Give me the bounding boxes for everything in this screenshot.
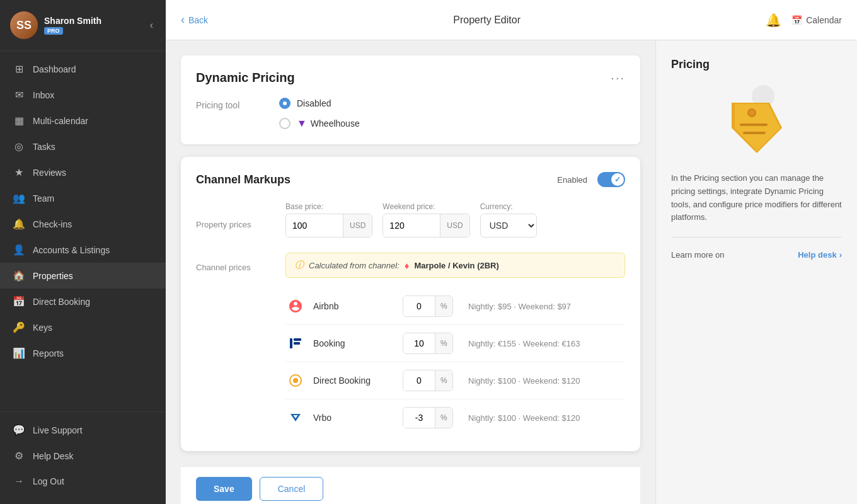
sidebar-item-live-support[interactable]: 💬 Live Support bbox=[0, 417, 166, 443]
base-price-label: Base price: bbox=[285, 202, 372, 211]
sidebar-item-inbox[interactable]: ✉ Inbox bbox=[0, 82, 166, 108]
airbnb-logo bbox=[285, 296, 306, 316]
sidebar-item-label: Dashboard bbox=[33, 64, 76, 74]
learn-more-label: Learn more on bbox=[671, 250, 725, 260]
sidebar-item-label: Direct Booking bbox=[33, 297, 90, 307]
content-area: Dynamic Pricing ··· Pricing tool Disable… bbox=[166, 40, 857, 504]
help-desk-label: Help desk bbox=[798, 250, 836, 260]
notification-button[interactable]: 🔔 bbox=[766, 13, 781, 28]
sidebar-item-help-desk[interactable]: ⚙ Help Desk bbox=[0, 443, 166, 469]
properties-icon: 🏠 bbox=[13, 270, 25, 282]
sidebar-item-label: Accounts & Listings bbox=[33, 245, 110, 255]
cancel-button[interactable]: Cancel bbox=[260, 477, 324, 501]
left-panel: Dynamic Pricing ··· Pricing tool Disable… bbox=[166, 40, 655, 504]
weekend-price-input[interactable] bbox=[383, 214, 440, 237]
vrbo-markup-unit: % bbox=[435, 408, 452, 428]
keys-icon: 🔑 bbox=[13, 321, 25, 333]
currency-field: Currency: USD EUR GBP CAD bbox=[480, 202, 537, 238]
sidebar-item-label: Multi-calendar bbox=[33, 116, 88, 126]
page-title: Property Editor bbox=[453, 14, 521, 26]
radio-wheelhouse[interactable]: ▼ Wheelhouse bbox=[279, 118, 360, 129]
calculated-banner: ⓘ Calculated from channel: ♦ Marpole / K… bbox=[285, 253, 625, 278]
back-button[interactable]: ‹ Back bbox=[181, 13, 208, 26]
back-label: Back bbox=[188, 15, 208, 25]
reviews-icon: ★ bbox=[13, 166, 25, 178]
sidebar-item-log-out[interactable]: → Log Out bbox=[0, 469, 166, 494]
sidebar-item-accounts-listings[interactable]: 👤 Accounts & Listings bbox=[0, 237, 166, 263]
radio-wheelhouse-circle bbox=[279, 118, 290, 129]
airbnb-markup-input[interactable] bbox=[403, 296, 435, 316]
radio-options: Disabled ▼ Wheelhouse bbox=[279, 98, 360, 129]
calendar-button[interactable]: 📅 Calendar bbox=[791, 15, 842, 25]
reports-icon: 📊 bbox=[13, 347, 25, 359]
channel-markups-title: Channel Markups bbox=[196, 173, 290, 186]
check-ins-icon: 🔔 bbox=[13, 218, 25, 230]
calendar-label: Calendar bbox=[806, 15, 842, 25]
weekend-price-label: Weekend price: bbox=[382, 202, 469, 211]
save-button[interactable]: Save bbox=[196, 477, 252, 501]
toggle-track[interactable]: ✓ bbox=[597, 172, 625, 187]
radio-disabled-label: Disabled bbox=[297, 98, 331, 108]
more-options-button[interactable]: ··· bbox=[611, 71, 625, 85]
sidebar-collapse-button[interactable]: ‹ bbox=[147, 17, 156, 33]
airbnb-price-info: Nightly: $95 · Weekend: $97 bbox=[468, 302, 571, 311]
vrbo-markup-wrapper: % bbox=[403, 407, 453, 428]
inbox-icon: ✉ bbox=[13, 89, 25, 101]
channel-markups-header: Channel Markups Enabled ✓ bbox=[196, 172, 625, 187]
sidebar: SS Sharon Smith PRO ‹ ⊞ Dashboard ✉ Inbo… bbox=[0, 0, 166, 504]
sidebar-item-direct-booking[interactable]: 📅 Direct Booking bbox=[0, 289, 166, 314]
enabled-label: Enabled bbox=[557, 175, 587, 185]
user-info: Sharon Smith PRO bbox=[44, 16, 101, 35]
booking-markup-wrapper: % bbox=[403, 333, 453, 354]
sidebar-item-label: Help Desk bbox=[33, 451, 74, 461]
channel-row-airbnb: Airbnb % Nightly: $95 · Weekend: $97 bbox=[285, 288, 625, 325]
currency-select[interactable]: USD EUR GBP CAD bbox=[480, 214, 537, 238]
sidebar-item-label: Keys bbox=[33, 323, 52, 333]
sidebar-item-tasks[interactable]: ◎ Tasks bbox=[0, 134, 166, 159]
svg-rect-0 bbox=[290, 338, 292, 348]
direct-booking-price-info: Nightly: $100 · Weekend: $120 bbox=[468, 376, 580, 386]
log-out-icon: → bbox=[13, 476, 25, 487]
help-desk-link[interactable]: Help desk › bbox=[798, 250, 842, 260]
help-desk-arrow-icon: › bbox=[839, 250, 842, 260]
vrbo-name: Vrbo bbox=[313, 413, 395, 423]
booking-name: Booking bbox=[313, 338, 395, 348]
avatar: SS bbox=[10, 11, 38, 39]
info-icon: ⓘ bbox=[295, 260, 304, 271]
channel-source-name: Marpole / Kevin (2BR) bbox=[414, 261, 498, 270]
sidebar-item-multi-calendar[interactable]: ▦ Multi-calendar bbox=[0, 108, 166, 134]
sidebar-item-dashboard[interactable]: ⊞ Dashboard bbox=[0, 56, 166, 82]
sidebar-item-properties[interactable]: 🏠 Properties bbox=[0, 263, 166, 289]
direct-booking-markup-wrapper: % bbox=[403, 370, 453, 391]
sidebar-item-label: Log Out bbox=[33, 476, 64, 486]
wheelhouse-logo: ▼ Wheelhouse bbox=[297, 118, 360, 129]
sidebar-item-check-ins[interactable]: 🔔 Check-ins bbox=[0, 211, 166, 237]
back-chevron-icon: ‹ bbox=[181, 13, 185, 26]
dynamic-pricing-section: Dynamic Pricing ··· Pricing tool Disable… bbox=[181, 55, 640, 144]
pricing-tool-row: Pricing tool Disabled ▼ Wheelhouse bbox=[196, 98, 625, 129]
sidebar-item-keys[interactable]: 🔑 Keys bbox=[0, 314, 166, 340]
vrbo-markup-input[interactable] bbox=[403, 408, 435, 428]
svg-rect-2 bbox=[294, 342, 300, 345]
topbar: ‹ Back Property Editor 🔔 📅 Calendar bbox=[166, 0, 857, 40]
channel-prices-content: ⓘ Calculated from channel: ♦ Marpole / K… bbox=[285, 253, 625, 436]
booking-markup-input[interactable] bbox=[403, 333, 435, 353]
vrbo-price-info: Nightly: $100 · Weekend: $120 bbox=[468, 413, 580, 423]
pricing-help-text: In the Pricing section you can manage th… bbox=[671, 172, 842, 224]
svg-point-4 bbox=[293, 378, 298, 383]
radio-disabled[interactable]: Disabled bbox=[279, 98, 360, 109]
sidebar-item-team[interactable]: 👥 Team bbox=[0, 185, 166, 211]
calendar-icon: 📅 bbox=[791, 15, 802, 25]
main-content: ‹ Back Property Editor 🔔 📅 Calendar Dyna… bbox=[166, 0, 857, 504]
currency-label: Currency: bbox=[480, 202, 537, 211]
direct-booking-markup-unit: % bbox=[435, 370, 452, 391]
dashboard-icon: ⊞ bbox=[13, 63, 25, 75]
channel-prices-label: Channel prices bbox=[196, 253, 265, 272]
direct-booking-markup-input[interactable] bbox=[403, 370, 435, 391]
base-price-input[interactable] bbox=[286, 214, 343, 237]
airbnb-markup-unit: % bbox=[435, 296, 452, 316]
channel-prices-row: Channel prices ⓘ Calculated from channel… bbox=[196, 253, 625, 436]
user-name: Sharon Smith bbox=[44, 16, 101, 26]
sidebar-item-reviews[interactable]: ★ Reviews bbox=[0, 159, 166, 185]
sidebar-item-reports[interactable]: 📊 Reports bbox=[0, 340, 166, 366]
